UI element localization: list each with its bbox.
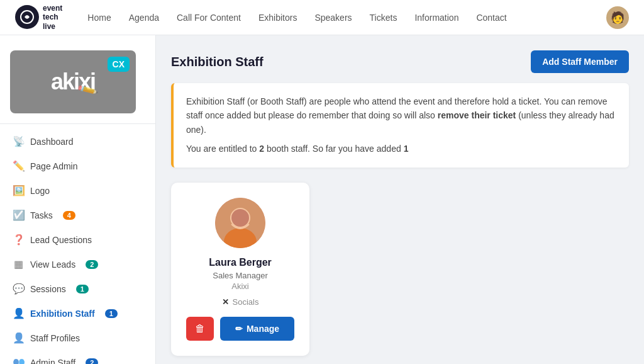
manage-staff-button[interactable]: ✏ Manage (220, 317, 294, 341)
info-entitlement-count: 2 (259, 144, 267, 154)
socials-label: Socials (233, 297, 259, 307)
delete-staff-button[interactable]: 🗑 (186, 317, 214, 341)
exhibition-staff-badge: 1 (105, 309, 118, 318)
logo-icon (15, 5, 39, 29)
sidebar-item-label: Tasks (30, 210, 53, 220)
brand-logo: event tech live (15, 4, 62, 31)
logo-text: event tech live (43, 4, 62, 31)
staff-card: Laura Berger Sales Manager Akixi ✕ Socia… (171, 183, 309, 356)
sidebar-item-label: Staff Profiles (30, 333, 80, 343)
info-bold-text: remove their ticket (438, 110, 516, 120)
sidebar-item-lead-questions[interactable]: ❓ Lead Questions (0, 227, 155, 252)
sidebar-item-label: Exhibition Staff (30, 309, 95, 319)
svg-point-4 (231, 209, 249, 227)
nav-links: Home Agenda Call For Content Exhibitors … (87, 13, 606, 23)
sessions-badge: 1 (76, 285, 89, 293)
tasks-icon: ☑️ (13, 209, 24, 221)
nav-call-for-content[interactable]: Call For Content (177, 13, 241, 23)
sidebar-item-logo[interactable]: 🖼️ Logo (0, 178, 155, 203)
view-leads-icon: ▦ (13, 258, 24, 270)
nav-information[interactable]: Information (414, 13, 458, 23)
main-content: Exhibition Staff Add Staff Member Exhibi… (156, 35, 644, 364)
info-text-paragraph: Exhibition Staff (or Booth Staff) are pe… (186, 94, 616, 137)
sidebar-item-view-leads[interactable]: ▦ View Leads 2 (0, 252, 155, 276)
nav-contact[interactable]: Contact (476, 13, 506, 23)
cx-badge: CX (108, 57, 130, 72)
staff-avatar (215, 198, 265, 248)
add-staff-member-button[interactable]: Add Staff Member (531, 50, 629, 73)
sidebar-item-tasks[interactable]: ☑️ Tasks 4 (0, 203, 155, 227)
nav-speakers[interactable]: Speakers (314, 13, 352, 23)
sidebar-item-label: Page Admin (30, 161, 78, 171)
nav-tickets[interactable]: Tickets (370, 13, 397, 23)
sidebar-item-label: Sessions (30, 284, 66, 294)
tasks-badge: 4 (63, 211, 75, 220)
admin-staff-badge: 2 (86, 358, 98, 365)
admin-staff-icon: 👥 (13, 356, 24, 364)
top-navigation: event tech live Home Agenda Call For Con… (0, 0, 644, 35)
staff-name: Laura Berger (209, 257, 272, 268)
staff-profiles-icon: 👤 (13, 332, 24, 344)
exhibitor-logo-image: akixi CX ✏️ (10, 50, 136, 113)
info-added-count: 1 (404, 144, 409, 154)
staff-role: Sales Manager (213, 271, 267, 280)
card-actions: 🗑 ✏ Manage (186, 317, 294, 341)
staff-socials: ✕ Socials (222, 297, 259, 307)
sidebar-item-exhibition-staff[interactable]: 👤 Exhibition Staff 1 (0, 301, 155, 326)
info-entitlement-label: You are entitled to (186, 144, 257, 154)
nav-exhibitors[interactable]: Exhibitors (258, 13, 297, 23)
sidebar-item-page-admin[interactable]: ✏️ Page Admin (0, 154, 155, 178)
manage-pencil-icon: ✏ (235, 324, 243, 334)
info-entitlement-paragraph: You are entitled to 2 booth staff. So fa… (186, 142, 616, 156)
page-admin-icon: ✏️ (13, 160, 24, 172)
dashboard-icon: 📡 (13, 135, 24, 147)
leads-badge: 2 (86, 260, 98, 269)
sidebar: akixi CX ✏️ 📡 Dashboard ✏️ Page Admin 🖼️… (0, 35, 156, 364)
manage-label: Manage (247, 324, 279, 334)
info-box: Exhibition Staff (or Booth Staff) are pe… (171, 83, 629, 168)
sidebar-item-sessions[interactable]: 💬 Sessions 1 (0, 276, 155, 301)
logo-menu-icon: 🖼️ (13, 185, 24, 196)
sidebar-item-admin-staff[interactable]: 👥 Admin Staff 2 (0, 350, 155, 364)
sidebar-item-staff-profiles[interactable]: 👤 Staff Profiles (0, 326, 155, 350)
sidebar-item-label: Lead Questions (30, 235, 92, 245)
nav-agenda[interactable]: Agenda (129, 13, 159, 23)
sidebar-exhibitor-logo: akixi CX ✏️ (0, 45, 155, 124)
trash-icon: 🗑 (195, 323, 205, 334)
page-title: Exhibition Staff (171, 55, 264, 69)
sidebar-item-label: View Leads (30, 259, 75, 270)
sessions-icon: 💬 (13, 283, 24, 295)
user-avatar[interactable]: 🧑 (606, 6, 629, 29)
sidebar-item-label: Dashboard (30, 137, 74, 147)
sidebar-item-dashboard[interactable]: 📡 Dashboard (0, 129, 155, 154)
info-booth-label: booth staff. So far you have added (267, 144, 401, 154)
page-header: Exhibition Staff Add Staff Member (171, 50, 629, 73)
exhibition-staff-icon: 👤 (13, 307, 24, 319)
lead-questions-icon: ❓ (13, 234, 24, 246)
social-x-icon: ✕ (222, 297, 229, 307)
nav-home[interactable]: Home (87, 13, 111, 23)
staff-company: Akixi (231, 282, 248, 291)
sidebar-item-label: Admin Staff (30, 358, 75, 365)
sidebar-item-label: Logo (30, 186, 50, 196)
